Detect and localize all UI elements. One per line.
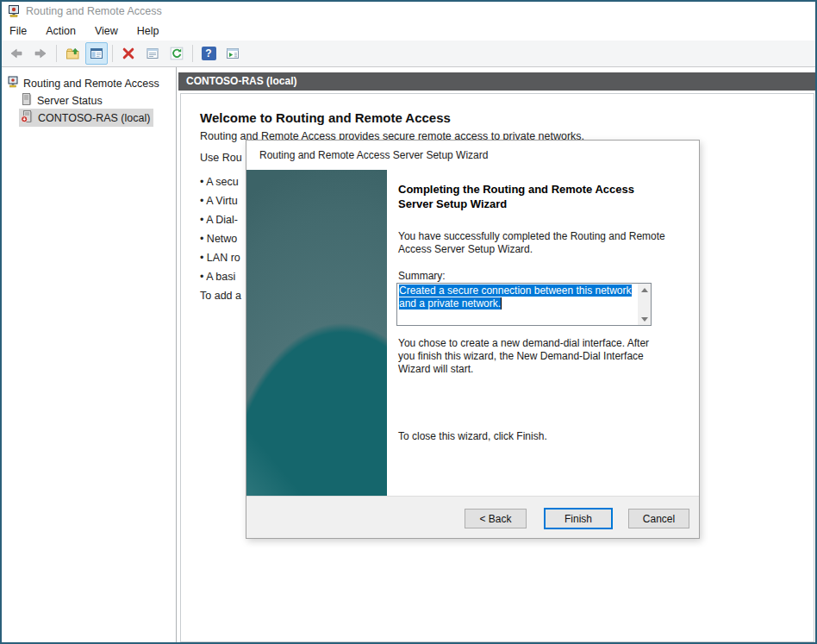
properties-icon[interactable] [141, 42, 164, 65]
pane-splitter[interactable] [176, 67, 177, 642]
summary-scrollbar[interactable] [638, 284, 651, 325]
console-tree-pane [2, 67, 176, 642]
tree-item-contoso-ras[interactable]: CONTOSO-RAS (local) [19, 109, 153, 126]
wizard-title: Routing and Remote Access Server Setup W… [246, 141, 699, 170]
welcome-text-line: Use Rou [200, 152, 242, 164]
welcome-bullet: • Netwo [200, 233, 237, 245]
menu-bar: File Action View Help [2, 21, 815, 41]
summary-label: Summary: [398, 270, 446, 283]
toolbar [2, 41, 815, 67]
toolbar-separator [112, 45, 113, 62]
summary-text: Created a secure connection between this… [399, 284, 636, 310]
up-one-level-icon[interactable] [61, 42, 84, 65]
back-button[interactable]: < Back [465, 509, 527, 528]
tree-item-server-status[interactable]: Server Status [21, 92, 103, 109]
menu-view[interactable]: View [85, 25, 128, 37]
wizard-intro-text: You have successfully completed the Rout… [398, 230, 695, 256]
menu-file[interactable]: File [2, 25, 36, 37]
toolbar-separator [192, 45, 193, 62]
app-icon [7, 4, 21, 18]
finish-button[interactable]: Finish [544, 508, 613, 529]
welcome-bullet: • A Virtu [200, 195, 238, 207]
delete-icon[interactable] [117, 42, 140, 65]
back-icon[interactable] [5, 42, 28, 65]
wizard-close-text: To close this wizard, click Finish. [398, 430, 695, 443]
result-pane-header: CONTOSO-RAS (local) [178, 72, 815, 91]
title-bar: Routing and Remote Access [2, 2, 815, 21]
window-title: Routing and Remote Access [26, 5, 162, 17]
scroll-up-icon[interactable] [638, 284, 651, 296]
refresh-icon[interactable] [165, 42, 188, 65]
scroll-down-icon[interactable] [638, 313, 651, 325]
show-console-tree-icon[interactable] [85, 42, 108, 65]
cancel-button[interactable]: Cancel [628, 509, 689, 528]
welcome-bullet: • A basi [200, 271, 235, 283]
menu-help[interactable]: Help [128, 25, 169, 37]
summary-textbox[interactable]: Created a secure connection between this… [396, 283, 652, 326]
tree-item-root[interactable]: Routing and Remote Access [7, 75, 159, 91]
console-root-icon [7, 76, 19, 91]
welcome-bullet: • LAN ro [200, 252, 240, 264]
server-stopped-icon [21, 109, 34, 126]
forward-icon[interactable] [29, 42, 52, 65]
summary-selected-text: Created a secure connection between this… [399, 284, 632, 309]
wizard-footer: < Back Finish Cancel [246, 496, 699, 538]
help-icon[interactable] [197, 42, 220, 65]
wizard-after-text: You chose to create a new demand-dial in… [398, 337, 695, 376]
server-icon [21, 92, 33, 109]
wizard-watermark-panel [246, 170, 387, 496]
menu-action[interactable]: Action [36, 25, 85, 37]
welcome-text-line: To add a [200, 290, 241, 302]
welcome-bullet: • A secu [200, 176, 239, 188]
tree-item-label: Routing and Remote Access [23, 78, 159, 90]
tree-item-label: CONTOSO-RAS (local) [38, 112, 150, 124]
welcome-heading: Welcome to Routing and Remote Access [200, 110, 451, 125]
toolbar-separator [56, 45, 57, 62]
show-action-pane-icon[interactable] [221, 42, 244, 65]
app-window: Routing and Remote Access File Action Vi… [0, 0, 817, 644]
tree-item-label: Server Status [37, 95, 103, 107]
welcome-bullet: • A Dial- [200, 214, 238, 226]
wizard-heading: Completing the Routing and Remote Access… [398, 182, 695, 211]
wizard-dialog: Routing and Remote Access Server Setup W… [246, 140, 700, 539]
